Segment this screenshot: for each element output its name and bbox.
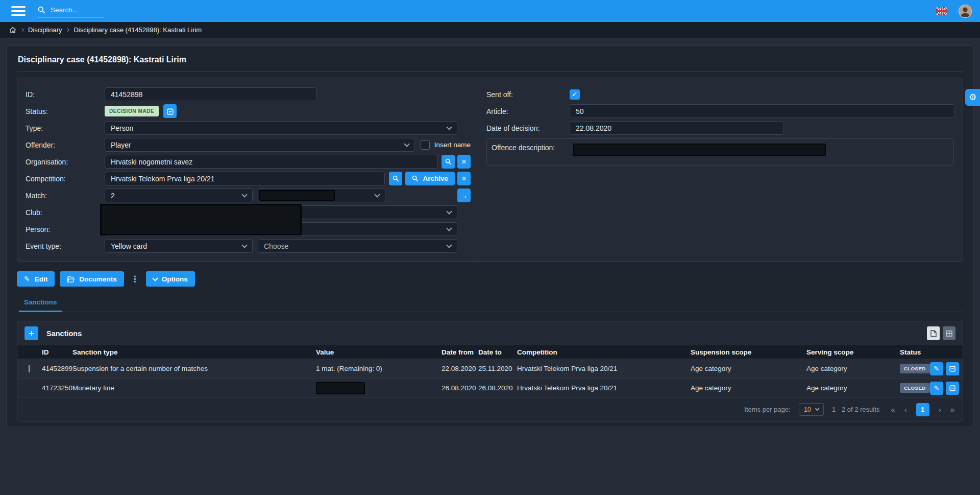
insert-name-label: Insert name — [434, 141, 471, 149]
case-actions: ✎ Edit Documents ⋮ Options — [17, 271, 963, 287]
date-of-decision-input[interactable] — [570, 121, 784, 135]
insert-name-checkbox[interactable] — [421, 140, 430, 150]
event-type-label: Event type: — [26, 242, 105, 250]
competition-search-button[interactable] — [389, 172, 402, 185]
row-expander-icon[interactable] — [29, 365, 30, 372]
cell-value: 1 mat. (Remaining: 0) — [316, 365, 442, 372]
sent-off-checkbox[interactable]: ✓ — [570, 89, 580, 100]
language-flag-icon[interactable] — [936, 7, 947, 15]
title-divider — [17, 71, 963, 72]
menu-button[interactable] — [11, 6, 26, 16]
search-input[interactable] — [50, 6, 102, 14]
event-subtype-select[interactable]: Choose — [258, 239, 457, 253]
organisation-input[interactable] — [105, 155, 438, 169]
table-row[interactable]: 41452899 Suspension for a certain number… — [17, 359, 963, 378]
first-page-button[interactable]: « — [891, 406, 895, 413]
col-status: Status — [900, 348, 963, 356]
competition-archive-button[interactable]: Archive — [405, 172, 455, 185]
prev-page-button[interactable]: ‹ — [904, 406, 907, 413]
sanctions-header: + Sanctions — [17, 321, 963, 345]
organisation-search-button[interactable] — [442, 155, 455, 169]
cell-date-to: 26.08.2020 — [478, 384, 517, 392]
sanction-history-button[interactable] — [946, 362, 959, 375]
items-per-page-label: Items per page: — [744, 406, 790, 413]
event-type-select[interactable]: Yellow card — [105, 239, 253, 253]
status-label: Status: — [26, 107, 105, 115]
add-sanction-button[interactable]: + — [24, 326, 38, 340]
offence-description-label: Offence description: — [490, 144, 573, 152]
cell-sanction-type: Suspension for a certain number of match… — [72, 365, 316, 372]
match-go-button[interactable]: → — [457, 188, 471, 202]
id-input[interactable] — [105, 87, 316, 101]
breadcrumb-separator-icon — [66, 28, 69, 31]
match-label: Match: — [26, 192, 105, 200]
col-id: ID — [42, 348, 72, 356]
calendar-icon — [949, 385, 955, 391]
close-icon: × — [461, 157, 467, 166]
match-detail-select[interactable] — [258, 188, 385, 202]
case-card: Disciplinary case (41452898): Kastrati L… — [6, 45, 974, 427]
pencil-icon: ✎ — [934, 384, 939, 392]
cell-date-from: 26.08.2020 — [442, 384, 478, 392]
next-page-button[interactable]: › — [939, 406, 941, 413]
edit-sanction-button[interactable]: ✎ — [930, 382, 943, 395]
page-number-button[interactable]: 1 — [916, 403, 929, 416]
chevron-down-icon — [446, 242, 452, 248]
sanctions-panel: + Sanctions ID Sanction type Value Date … — [17, 321, 963, 421]
cell-sanction-type: Monetary fine — [72, 384, 316, 392]
redaction-box — [316, 382, 365, 394]
breadcrumb-separator-icon — [20, 28, 24, 31]
id-label: ID: — [26, 90, 105, 99]
close-icon: × — [461, 174, 467, 183]
settings-button[interactable]: ⚙ — [965, 89, 980, 106]
cell-suspension-scope: Age category — [691, 384, 806, 392]
sanction-history-button[interactable] — [946, 382, 959, 395]
edit-sanction-button[interactable]: ✎ — [930, 362, 943, 375]
home-icon[interactable] — [9, 27, 16, 34]
cell-serving-scope: Age category — [806, 384, 900, 392]
results-count: 1 - 2 of 2 results — [832, 406, 879, 413]
chevron-down-icon — [152, 275, 158, 281]
organisation-clear-button[interactable]: × — [457, 155, 471, 169]
sent-off-label: Sent off: — [486, 90, 570, 99]
table-row[interactable]: 41723250 Monetary fine 26.08.2020 26.08.… — [17, 378, 963, 397]
status-badge: CLOSED — [900, 364, 930, 373]
edit-button[interactable]: ✎ Edit — [17, 271, 55, 287]
chevron-down-icon — [374, 192, 380, 197]
topbar — [0, 0, 980, 22]
offender-label: Offender: — [26, 141, 105, 149]
breadcrumb-item-current[interactable]: Disciplinary case (41452898): Kastrati L… — [74, 26, 202, 34]
offence-description-field[interactable]: Offence description: — [486, 138, 954, 166]
status-badge: CLOSED — [900, 383, 930, 393]
columns-button[interactable] — [943, 326, 955, 340]
arrow-right-icon: → — [460, 192, 468, 199]
organisation-label: Organisation: — [26, 158, 105, 166]
club-label: Club: — [26, 208, 105, 217]
export-button[interactable] — [927, 326, 940, 340]
options-button[interactable]: Options — [146, 271, 195, 287]
competition-clear-button[interactable]: × — [457, 172, 471, 185]
article-label: Article: — [486, 107, 570, 115]
more-actions-kebab-icon[interactable]: ⋮ — [129, 274, 141, 285]
type-select[interactable]: Person — [105, 121, 457, 135]
documents-button[interactable]: Documents — [60, 271, 124, 287]
page-size-select[interactable]: 10 — [799, 403, 824, 416]
breadcrumb-item-disciplinary[interactable]: Disciplinary — [28, 26, 62, 34]
tab-sanctions[interactable]: Sanctions — [19, 295, 62, 312]
cell-competition: Hrvatski Telekom Prva liga 20/21 — [517, 365, 691, 372]
article-input[interactable] — [570, 104, 955, 118]
calendar-icon — [167, 108, 174, 115]
col-value: Value — [316, 348, 442, 356]
form-left-column: ID: Status: DECISION MADE Type: Person — [17, 78, 479, 261]
pagination: Items per page: 10 1 - 2 of 2 results « … — [17, 397, 963, 421]
last-page-button[interactable]: » — [950, 406, 954, 413]
cell-date-from: 22.08.2020 — [442, 365, 478, 372]
status-history-button[interactable] — [163, 104, 177, 118]
match-select[interactable]: 2 — [105, 188, 253, 202]
pencil-icon: ✎ — [24, 275, 30, 283]
competition-input[interactable] — [105, 172, 385, 185]
global-search[interactable] — [37, 5, 104, 17]
avatar[interactable] — [959, 5, 972, 18]
offender-select[interactable]: Player — [105, 138, 415, 152]
col-sanction-type: Sanction type — [72, 348, 316, 356]
